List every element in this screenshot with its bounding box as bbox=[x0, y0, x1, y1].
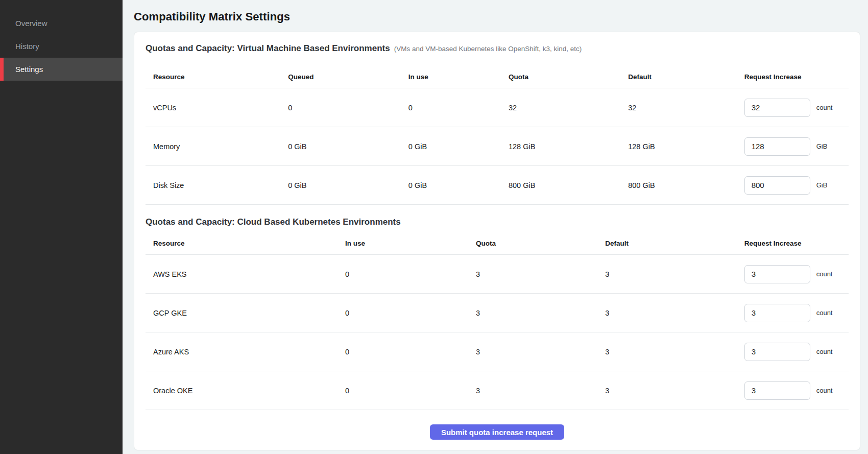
gcp-gke-request-input[interactable] bbox=[744, 304, 810, 322]
column-header-in-use: In use bbox=[345, 240, 476, 247]
sidebar-item-label: Settings bbox=[15, 65, 43, 74]
quota-value: 32 bbox=[509, 104, 628, 112]
queued-value: 0 bbox=[288, 104, 408, 112]
resource-name: AWS EKS bbox=[153, 270, 345, 278]
default-value: 800 GiB bbox=[628, 181, 744, 189]
unit-label: count bbox=[816, 387, 833, 394]
vm-table-header: Resource Queued In use Quota Default Req… bbox=[146, 66, 849, 88]
cloud-table-header: Resource In use Quota Default Request In… bbox=[146, 232, 849, 255]
resource-name: GCP GKE bbox=[153, 309, 345, 317]
sidebar-item-history[interactable]: History bbox=[0, 35, 123, 58]
unit-label: count bbox=[816, 348, 833, 355]
unit-label: count bbox=[816, 309, 833, 317]
submit-quota-increase-button[interactable]: Submit quota increase request bbox=[430, 424, 564, 440]
unit-label: count bbox=[816, 270, 833, 278]
vm-section-title: Quotas and Capacity: Virtual Machine Bas… bbox=[146, 43, 390, 54]
quota-value: 3 bbox=[476, 270, 605, 278]
table-row-memory: Memory 0 GiB 0 GiB 128 GiB 128 GiB GiB bbox=[146, 127, 849, 166]
column-header-quota: Quota bbox=[509, 73, 628, 81]
column-header-queued: Queued bbox=[288, 73, 408, 81]
table-row-vcpus: vCPUs 0 0 32 32 count bbox=[146, 88, 849, 127]
cloud-section-title: Quotas and Capacity: Cloud Based Kuberne… bbox=[146, 217, 401, 227]
in-use-value: 0 bbox=[345, 270, 476, 278]
resource-name: Azure AKS bbox=[153, 348, 345, 356]
column-header-request-increase: Request Increase bbox=[744, 73, 849, 81]
vm-section-subtitle: (VMs and VM-based Kubernetes like OpenSh… bbox=[394, 45, 582, 53]
unit-label: GiB bbox=[816, 181, 828, 189]
column-header-in-use: In use bbox=[408, 73, 509, 81]
quota-value: 128 GiB bbox=[509, 142, 628, 151]
default-value: 128 GiB bbox=[628, 142, 744, 151]
azure-aks-request-input[interactable] bbox=[744, 343, 810, 361]
table-row-azure-aks: Azure AKS 0 3 3 count bbox=[146, 332, 849, 371]
queued-value: 0 GiB bbox=[288, 181, 408, 189]
in-use-value: 0 GiB bbox=[408, 181, 509, 189]
default-value: 3 bbox=[605, 387, 744, 395]
column-header-default: Default bbox=[605, 240, 744, 247]
resource-name: Oracle OKE bbox=[153, 387, 345, 395]
quota-value: 3 bbox=[476, 309, 605, 317]
vcpus-request-input[interactable] bbox=[744, 99, 810, 117]
in-use-value: 0 bbox=[345, 309, 476, 317]
table-row-oracle-oke: Oracle OKE 0 3 3 count bbox=[146, 371, 849, 410]
column-header-resource: Resource bbox=[153, 73, 288, 81]
column-header-request-increase: Request Increase bbox=[744, 240, 849, 247]
memory-request-input[interactable] bbox=[744, 137, 810, 156]
resource-name: Disk Size bbox=[153, 181, 288, 189]
sidebar-item-settings[interactable]: Settings bbox=[0, 58, 123, 81]
table-row-gcp-gke: GCP GKE 0 3 3 count bbox=[146, 294, 849, 332]
quotas-card: Quotas and Capacity: Virtual Machine Bas… bbox=[134, 32, 860, 450]
disk-size-request-input[interactable] bbox=[744, 176, 810, 195]
cloud-section-header: Quotas and Capacity: Cloud Based Kuberne… bbox=[146, 217, 849, 227]
queued-value: 0 GiB bbox=[288, 142, 408, 151]
resource-name: vCPUs bbox=[153, 104, 288, 112]
column-header-resource: Resource bbox=[153, 240, 345, 247]
quota-value: 800 GiB bbox=[509, 181, 628, 189]
resource-name: Memory bbox=[153, 142, 288, 151]
page-title: Compatibility Matrix Settings bbox=[134, 10, 860, 23]
table-row-aws-eks: AWS EKS 0 3 3 count bbox=[146, 255, 849, 294]
column-header-default: Default bbox=[628, 73, 744, 81]
default-value: 3 bbox=[605, 270, 744, 278]
sidebar: Overview History Settings bbox=[0, 0, 123, 454]
submit-row: Submit quota increase request bbox=[146, 424, 849, 440]
in-use-value: 0 bbox=[408, 104, 509, 112]
unit-label: GiB bbox=[816, 142, 828, 150]
unit-label: count bbox=[816, 104, 833, 111]
default-value: 3 bbox=[605, 348, 744, 356]
vm-section-header: Quotas and Capacity: Virtual Machine Bas… bbox=[146, 43, 849, 54]
in-use-value: 0 GiB bbox=[408, 142, 509, 151]
quota-value: 3 bbox=[476, 387, 605, 395]
table-row-disk-size: Disk Size 0 GiB 0 GiB 800 GiB 800 GiB Gi… bbox=[146, 166, 849, 205]
sidebar-item-label: History bbox=[15, 42, 39, 51]
in-use-value: 0 bbox=[345, 348, 476, 356]
column-header-quota: Quota bbox=[476, 240, 605, 247]
sidebar-item-overview[interactable]: Overview bbox=[0, 12, 123, 35]
default-value: 32 bbox=[628, 104, 744, 112]
aws-eks-request-input[interactable] bbox=[744, 265, 810, 283]
in-use-value: 0 bbox=[345, 387, 476, 395]
sidebar-item-label: Overview bbox=[15, 19, 47, 28]
oracle-oke-request-input[interactable] bbox=[744, 381, 810, 400]
quota-value: 3 bbox=[476, 348, 605, 356]
default-value: 3 bbox=[605, 309, 744, 317]
main-content: Compatibility Matrix Settings Quotas and… bbox=[123, 0, 868, 454]
